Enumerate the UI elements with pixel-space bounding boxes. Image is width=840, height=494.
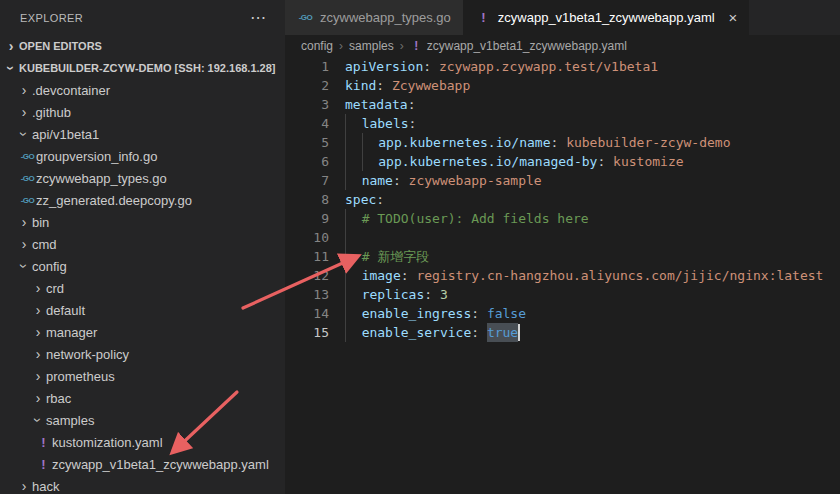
code-line-8[interactable]: 8spec:: [285, 190, 840, 209]
indent-guide: [345, 323, 362, 342]
breadcrumb-item-samples[interactable]: samples: [349, 39, 394, 53]
code-line-9[interactable]: 9# TODO(user): Add fields here: [285, 209, 840, 228]
code-line-5[interactable]: 5app.kubernetes.io/name: kubebuilder-zcy…: [285, 133, 840, 152]
go-file-icon: -GO: [19, 174, 36, 183]
line-number: 15: [285, 325, 329, 340]
tab-zcywwebapp-types-go[interactable]: -GOzcywwebapp_types.go: [285, 0, 463, 35]
breadcrumb-label: config: [301, 39, 333, 53]
tree-item-rbac[interactable]: ›rbac: [0, 387, 285, 409]
code-line-13[interactable]: 13replicas: 3: [285, 285, 840, 304]
tree-item-samples[interactable]: ›samples: [0, 409, 285, 431]
tree-item-prometheus[interactable]: ›prometheus: [0, 365, 285, 387]
code-line-4[interactable]: 4labels:: [285, 114, 840, 133]
line-number: 8: [285, 192, 329, 207]
tree-item-api-v1beta1[interactable]: ›api/v1beta1: [0, 123, 285, 145]
tree-item-label: KUBEBUILDER-ZCYW-DEMO [SSH: 192.168.1.28…: [19, 62, 276, 74]
code-token: app.kubernetes.io/name: [378, 133, 550, 152]
tree-item-label: api/v1beta1: [32, 127, 99, 142]
breadcrumb-label: samples: [349, 39, 394, 53]
tree-item-zcywapp-v1beta1-zcywwebapp-yaml[interactable]: !zcywapp_v1beta1_zcywwebapp.yaml: [0, 453, 285, 475]
line-number: 1: [285, 59, 329, 74]
tree-item-devcontainer[interactable]: ›.devcontainer: [0, 79, 285, 101]
tree-item-zz-generated-deepcopy-go[interactable]: -GOzz_generated.deepcopy.go: [0, 189, 285, 211]
line-number: 6: [285, 154, 329, 169]
code-token: zcywwebapp-sample: [409, 171, 542, 190]
explorer-title: EXPLORER: [20, 12, 83, 24]
tree-item-label: samples: [46, 413, 94, 428]
tree-item-kustomization-yaml[interactable]: !kustomization.yaml: [0, 431, 285, 453]
indent-guide: [345, 209, 362, 228]
code-token: :: [408, 95, 416, 114]
tree-item-cmd[interactable]: ›cmd: [0, 233, 285, 255]
tree-item-crd[interactable]: ›crd: [0, 277, 285, 299]
code-token: Zcywwebapp: [392, 76, 470, 95]
code-token: zcywapp.zcywapp.test/v1beta1: [439, 57, 658, 76]
tree-item-groupversion-info-go[interactable]: -GOgroupversion_info.go: [0, 145, 285, 167]
line-number: 5: [285, 135, 329, 150]
code-token: app.kubernetes.io/managed-by: [378, 152, 597, 171]
tree-item-label: zcywwebapp_types.go: [36, 171, 167, 186]
line-number: 2: [285, 78, 329, 93]
line-number: 9: [285, 211, 329, 226]
go-file-icon: -GO: [297, 13, 314, 22]
tree-item-kubebuilder-zcyw-demo-ssh-192-168-1-28[interactable]: ›KUBEBUILDER-ZCYW-DEMO [SSH: 192.168.1.2…: [0, 57, 285, 79]
chevron-right-icon: ›: [16, 478, 32, 494]
tree-item-hack[interactable]: ›hack: [0, 475, 285, 494]
go-file-icon: -GO: [19, 196, 36, 205]
breadcrumb-item-config[interactable]: config: [301, 39, 333, 53]
code-token: 3: [440, 285, 448, 304]
tree-item-label: bin: [32, 215, 49, 230]
line-content: # 新增字段: [345, 247, 429, 266]
more-actions-icon[interactable]: ⋯: [250, 8, 267, 27]
tree-item-default[interactable]: ›default: [0, 299, 285, 321]
code-token: labels: [362, 114, 409, 133]
code-line-10[interactable]: 10: [285, 228, 840, 247]
code-line-1[interactable]: 1apiVersion: zcywapp.zcywapp.test/v1beta…: [285, 57, 840, 76]
code-editor[interactable]: 1apiVersion: zcywapp.zcywapp.test/v1beta…: [285, 57, 840, 494]
tree-item-network-policy[interactable]: ›network-policy: [0, 343, 285, 365]
line-content: enable_service: true: [345, 323, 520, 342]
code-line-11[interactable]: 11# 新增字段: [285, 247, 840, 266]
code-line-2[interactable]: 2kind: Zcywwebapp: [285, 76, 840, 95]
tree-item-bin[interactable]: ›bin: [0, 211, 285, 233]
chevron-down-icon: ›: [30, 412, 46, 428]
chevron-down-icon: ›: [3, 60, 19, 76]
code-token: :: [597, 152, 613, 171]
code-token: # 新增字段: [362, 247, 430, 266]
tree-item-open-editors[interactable]: ›OPEN EDITORS: [0, 35, 285, 57]
tree-item-label: OPEN EDITORS: [19, 40, 102, 52]
tree-item-zcywwebapp-types-go[interactable]: -GOzcywwebapp_types.go: [0, 167, 285, 189]
code-line-6[interactable]: 6app.kubernetes.io/managed-by: kustomize: [285, 152, 840, 171]
tree-item-github[interactable]: ›.github: [0, 101, 285, 123]
breadcrumb-item-zcywapp-v1beta1-zcywwebapp-yaml[interactable]: !zcywapp_v1beta1_zcywwebapp.yaml: [410, 39, 627, 53]
chevron-right-icon: ›: [30, 324, 46, 340]
code-token: :: [424, 285, 440, 304]
tree-item-manager[interactable]: ›manager: [0, 321, 285, 343]
indent-guide: [345, 304, 362, 323]
line-number: 10: [285, 230, 329, 245]
yaml-file-icon: !: [35, 457, 52, 472]
line-content: kind: Zcywwebapp: [345, 76, 470, 95]
code-token: # TODO(user): Add fields here: [362, 209, 589, 228]
code-line-3[interactable]: 3metadata:: [285, 95, 840, 114]
close-icon[interactable]: ×: [729, 10, 738, 25]
code-token: false: [487, 304, 526, 323]
tree-item-label: .devcontainer: [32, 83, 110, 98]
code-token: :: [409, 114, 417, 133]
tree-item-label: config: [32, 259, 67, 274]
code-token: spec: [345, 190, 376, 209]
code-token: apiVersion: [345, 57, 423, 76]
code-token: :: [376, 76, 392, 95]
line-content: app.kubernetes.io/managed-by: kustomize: [345, 152, 684, 171]
code-token: :: [401, 266, 417, 285]
code-line-15[interactable]: 15enable_service: true: [285, 323, 840, 342]
code-line-14[interactable]: 14enable_ingress: false: [285, 304, 840, 323]
code-token: true: [487, 323, 518, 342]
code-line-12[interactable]: 12image: registry.cn-hangzhou.aliyuncs.c…: [285, 266, 840, 285]
line-content: [345, 228, 362, 247]
yaml-file-icon: !: [475, 10, 492, 25]
code-line-7[interactable]: 7name: zcywwebapp-sample: [285, 171, 840, 190]
tab-zcywapp-v1beta1-zcywwebapp-yaml[interactable]: !zcywapp_v1beta1_zcywwebapp.yaml×: [463, 0, 750, 35]
tree-item-config[interactable]: ›config: [0, 255, 285, 277]
tree-item-label: network-policy: [46, 347, 129, 362]
